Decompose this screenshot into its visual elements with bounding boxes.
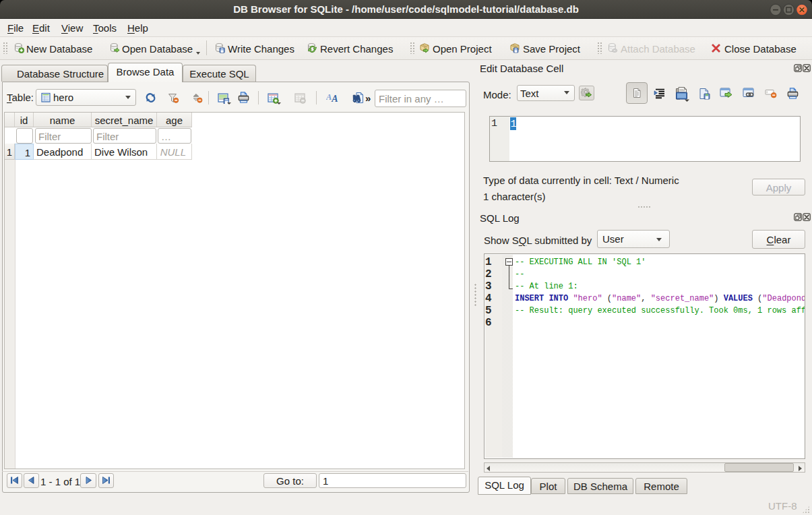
svg-text:A: A (331, 94, 338, 104)
svg-text:A: A (326, 92, 332, 102)
